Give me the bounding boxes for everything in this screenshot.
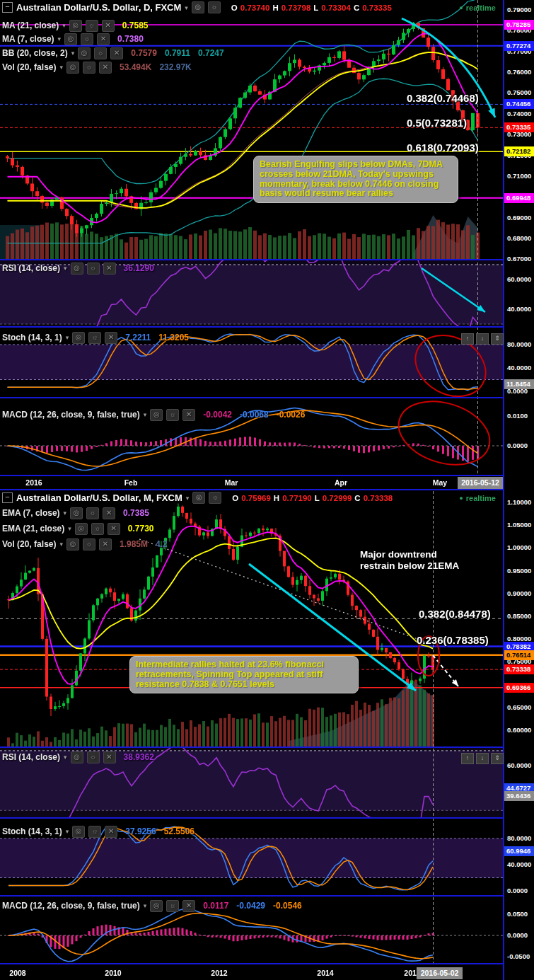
close-icon[interactable]: ✕ xyxy=(105,826,117,838)
gear-icon[interactable]: ☼ xyxy=(208,1,221,13)
pane-separator[interactable] xyxy=(0,817,534,819)
close-icon[interactable]: ✕ xyxy=(103,263,116,275)
gear-icon[interactable]: ☼ xyxy=(209,492,221,504)
target-icon[interactable]: ◎ xyxy=(192,1,204,13)
axis-label: 0.68000 xyxy=(507,234,531,242)
close-icon[interactable]: ✕ xyxy=(105,332,117,344)
close-icon[interactable]: ✕ xyxy=(182,900,195,912)
axis-label: 0.0000 xyxy=(507,442,528,449)
price-axis-column[interactable]: 0.790000.780000.770000.760000.750000.740… xyxy=(503,0,534,980)
target-icon[interactable]: ◎ xyxy=(71,263,83,275)
close-icon[interactable]: ✕ xyxy=(102,20,115,32)
target-icon[interactable]: ◎ xyxy=(150,409,163,421)
close-icon[interactable]: ✕ xyxy=(97,33,110,45)
symbol-title-monthly[interactable]: Australian Dollar/U.S. Dollar, M, FXCM xyxy=(16,492,182,503)
gear-icon[interactable]: ☼ xyxy=(166,900,179,912)
gear-icon[interactable]: ☼ xyxy=(87,263,100,275)
gear-icon[interactable]: ☼ xyxy=(166,409,179,421)
date-tick: Apr xyxy=(335,478,347,487)
move-pane-up-button[interactable]: ↑ xyxy=(461,333,474,345)
chevron-down-icon[interactable]: ▾ xyxy=(144,902,147,909)
close-icon[interactable]: ✕ xyxy=(103,751,116,763)
open-value: 0.73740 xyxy=(240,4,270,12)
indicator-name[interactable]: MA (7, close) xyxy=(2,34,54,44)
target-icon[interactable]: ◎ xyxy=(64,33,77,45)
gear-icon[interactable]: ☼ xyxy=(88,826,101,838)
indicator-name[interactable]: MACD (12, 26, close, 9, false, true) xyxy=(2,410,140,420)
target-icon[interactable]: ◎ xyxy=(66,62,79,74)
chevron-down-icon[interactable]: ▾ xyxy=(144,411,147,418)
chevron-down-icon[interactable]: ▾ xyxy=(71,50,75,57)
gear-icon[interactable]: ☼ xyxy=(86,20,98,32)
gear-icon[interactable]: ☼ xyxy=(88,332,101,344)
move-pane-down-button[interactable]: ↓ xyxy=(476,753,489,764)
pane-separator[interactable] xyxy=(0,746,534,748)
move-pane-down-button[interactable]: ↓ xyxy=(476,333,489,345)
indicator-name[interactable]: Stoch (14, 3, 1) xyxy=(2,826,62,836)
collapse-chart-button[interactable]: − xyxy=(2,2,13,13)
chevron-down-icon[interactable]: ▾ xyxy=(186,495,190,502)
pane-separator[interactable] xyxy=(0,326,534,328)
target-icon[interactable]: ◎ xyxy=(78,47,91,59)
collapse-chart-button[interactable]: − xyxy=(2,492,13,503)
target-icon[interactable]: ◎ xyxy=(70,507,83,519)
indicator-name[interactable]: RSI (14, close) xyxy=(2,752,60,762)
pane-separator[interactable] xyxy=(0,259,534,260)
chevron-down-icon[interactable]: ▾ xyxy=(66,828,69,835)
target-icon[interactable]: ◎ xyxy=(71,751,83,763)
chevron-down-icon[interactable]: ▾ xyxy=(185,4,188,11)
close-icon[interactable]: ✕ xyxy=(110,47,123,59)
pane-separator[interactable] xyxy=(0,397,534,398)
indicator-name[interactable]: EMA (7, close) xyxy=(2,508,60,518)
gear-icon[interactable]: ☼ xyxy=(91,523,104,535)
indicator-name[interactable]: Stoch (14, 3, 1) xyxy=(2,333,62,342)
analysis-note-monthly[interactable]: Intermediate rallies halted at 23.6% fib… xyxy=(129,656,359,693)
chevron-down-icon[interactable]: ▾ xyxy=(64,754,67,761)
target-icon[interactable]: ◎ xyxy=(150,900,163,912)
target-icon[interactable]: ◎ xyxy=(72,826,85,838)
close-icon[interactable]: ✕ xyxy=(99,538,112,550)
close-icon[interactable]: ✕ xyxy=(108,523,120,535)
chevron-down-icon[interactable]: ▾ xyxy=(59,541,63,548)
indicator-name[interactable]: EMA (21, close) xyxy=(2,524,64,534)
analysis-note-daily[interactable]: Bearish Engulfing slips below DMAs, 7DMA… xyxy=(253,156,458,203)
chevron-down-icon[interactable]: ▾ xyxy=(66,334,69,341)
legend-rsi: RSI (14, close) ▾ ◎ ☼ ✕ 36.1290 xyxy=(2,263,154,274)
chevron-down-icon[interactable]: ▾ xyxy=(68,525,71,532)
indicator-name[interactable]: MA (21, close) xyxy=(2,21,59,30)
target-icon[interactable]: ◎ xyxy=(66,538,79,550)
move-pane-up-button[interactable]: ↑ xyxy=(461,753,474,764)
gear-icon[interactable]: ☼ xyxy=(86,507,99,519)
indicator-name[interactable]: BB (20, close, 2) xyxy=(2,48,68,58)
resize-pane-button[interactable]: ⇕ xyxy=(491,753,504,764)
target-icon[interactable]: ◎ xyxy=(72,332,85,344)
axis-label: 0.76000 xyxy=(507,68,531,76)
symbol-title-daily[interactable]: Australian Dollar/U.S. Dollar, D, FXCM xyxy=(16,2,181,13)
gear-icon[interactable]: ☼ xyxy=(83,62,95,74)
gear-icon[interactable]: ☼ xyxy=(87,751,100,763)
pane-separator[interactable] xyxy=(0,895,534,897)
close-icon[interactable]: ✕ xyxy=(182,409,195,421)
chevron-down-icon[interactable]: ▾ xyxy=(59,64,63,71)
chevron-down-icon[interactable]: ▾ xyxy=(62,22,66,29)
chevron-down-icon[interactable]: ▾ xyxy=(58,35,62,42)
target-icon[interactable]: ◎ xyxy=(192,492,205,504)
target-icon[interactable]: ◎ xyxy=(69,20,82,32)
realtime-label: realtime xyxy=(466,494,496,502)
indicator-name[interactable]: RSI (14, close) xyxy=(2,263,60,273)
close-icon[interactable]: ✕ xyxy=(99,62,112,74)
close-icon[interactable]: ✕ xyxy=(103,507,115,519)
indicator-name[interactable]: MACD (12, 26, close, 9, false, true) xyxy=(2,901,140,911)
chevron-down-icon[interactable]: ▾ xyxy=(64,265,67,272)
gear-icon[interactable]: ☼ xyxy=(83,538,95,550)
date-axis-daily[interactable]: 2016 Feb Mar Apr May xyxy=(0,478,503,490)
gear-icon[interactable]: ☼ xyxy=(94,47,107,59)
chevron-down-icon[interactable]: ▾ xyxy=(64,509,67,517)
resize-pane-button[interactable]: ⇕ xyxy=(491,333,504,345)
indicator-name[interactable]: Vol (20, false) xyxy=(2,62,56,72)
target-icon[interactable]: ◎ xyxy=(75,523,88,535)
fib-label-50: 0.5(0.73281) xyxy=(407,117,467,129)
gear-icon[interactable]: ☼ xyxy=(81,33,93,45)
axis-badge: 0.69366 xyxy=(504,683,534,693)
indicator-name[interactable]: Vol (20, false) xyxy=(2,539,56,549)
